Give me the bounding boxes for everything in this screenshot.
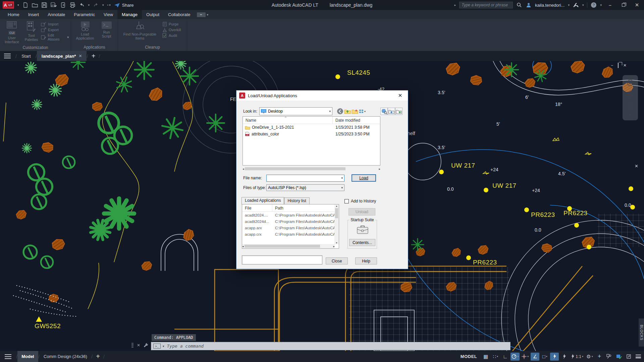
navbar-more-icon[interactable]: ▾ bbox=[630, 113, 631, 117]
drawing-minimize-icon[interactable]: − bbox=[611, 63, 613, 68]
search-icon[interactable] bbox=[516, 2, 522, 8]
ribbon-collapse-button[interactable]: ▪▪▾ bbox=[197, 10, 209, 19]
table-vscrollbar[interactable]: ▴ ▾ bbox=[334, 204, 339, 244]
import-button[interactable]: Import bbox=[41, 22, 69, 26]
tab-home[interactable]: Home bbox=[3, 10, 24, 19]
column-header-name[interactable]: Name bbox=[243, 117, 333, 124]
table-row[interactable]: acapp.crx C:\Program Files\Autodesk\Auto… bbox=[242, 231, 339, 237]
help-button[interactable]: Help bbox=[355, 257, 377, 264]
export-button[interactable]: Export bbox=[41, 27, 69, 32]
new-file-icon[interactable] bbox=[22, 2, 29, 8]
command-line-bar[interactable]: >_ ▾ bbox=[151, 342, 511, 350]
customization-menu-button[interactable] bbox=[634, 353, 643, 361]
create-new-folder-button[interactable] bbox=[351, 108, 359, 115]
isodraft-toggle[interactable]: ▾ bbox=[521, 353, 530, 361]
file-row[interactable]: LSP attributes_color 1/25/2023 3:50 PM bbox=[243, 131, 380, 137]
tab-output[interactable]: Output bbox=[142, 10, 164, 19]
command-customize-wrench-icon[interactable] bbox=[144, 343, 149, 348]
look-in-combobox[interactable]: Desktop ▾ bbox=[259, 107, 332, 115]
annotation-monitor-button[interactable]: + bbox=[595, 353, 604, 361]
layout-menu-icon[interactable] bbox=[5, 354, 11, 359]
clean-screen-button[interactable] bbox=[624, 353, 633, 361]
navigation-wheel-icon[interactable] bbox=[627, 79, 634, 86]
command-grip-handle[interactable] bbox=[131, 343, 133, 348]
scroll-right-icon[interactable]: ▸ bbox=[379, 167, 380, 171]
tab-history-list[interactable]: History list bbox=[284, 197, 309, 204]
add-to-favorites-button[interactable] bbox=[395, 108, 402, 115]
annotation-visibility-toggle[interactable] bbox=[550, 353, 559, 361]
unload-button[interactable]: Unload bbox=[348, 208, 375, 216]
tab-loaded-applications[interactable]: Loaded Applications bbox=[241, 197, 284, 204]
layout-tab[interactable]: Comm Design (24x36) bbox=[40, 351, 91, 362]
navigation-bar[interactable]: ▾ bbox=[623, 75, 638, 120]
help-icon[interactable]: ? bbox=[591, 2, 597, 8]
help-search-input[interactable] bbox=[459, 2, 513, 8]
files-of-type-combobox[interactable]: AutoLISP Files (*.lsp) ▾ bbox=[266, 184, 344, 191]
scroll-thumb[interactable] bbox=[245, 245, 320, 248]
user-avatar-icon[interactable] bbox=[526, 2, 532, 8]
graphics-performance-button[interactable] bbox=[614, 353, 623, 361]
tool-palettes-button[interactable]: Tool Palettes bbox=[23, 20, 40, 42]
scroll-left-icon[interactable]: ◂ bbox=[243, 167, 244, 171]
dialog-title-bar[interactable]: A Load/Unload Applications ✕ bbox=[236, 90, 408, 101]
scroll-right-icon[interactable]: ▸ bbox=[333, 245, 335, 248]
user-menu-caret-icon[interactable]: ▾ bbox=[568, 3, 570, 7]
grid-display-toggle[interactable]: ▦ bbox=[481, 353, 490, 361]
drawing-close-icon[interactable]: ✕ bbox=[623, 63, 627, 68]
load-application-button[interactable]: Load Application bbox=[75, 20, 96, 40]
file-row[interactable]: OneDrive_1_1-15-2021 1/15/2021 3:58 PM bbox=[243, 124, 380, 131]
workspace-switching-button[interactable]: ⚙▾ bbox=[585, 353, 594, 361]
file-browser-list[interactable]: ^ Name Date modified OneDrive_1_1-15-202… bbox=[243, 116, 380, 166]
load-button[interactable]: Load bbox=[352, 174, 376, 182]
table-row[interactable]: acadlt2024.... C:\Program Files\Autodesk… bbox=[242, 212, 339, 218]
file-list-hscrollbar[interactable]: ◂ ▸ bbox=[243, 167, 380, 171]
autodesk-menu-caret-icon[interactable]: ▾ bbox=[582, 3, 584, 7]
undo-caret-icon[interactable]: ▾ bbox=[88, 3, 90, 7]
object-snap-toggle[interactable]: □▾ bbox=[540, 353, 549, 361]
column-header-path[interactable]: Path bbox=[272, 204, 283, 212]
isolate-objects-button[interactable] bbox=[605, 353, 613, 361]
scroll-up-icon[interactable]: ▴ bbox=[336, 204, 337, 207]
close-doc-icon[interactable]: ✕ bbox=[78, 54, 82, 58]
qat-customize-icon[interactable]: ▪ ▾ bbox=[107, 3, 111, 7]
open-folder-icon[interactable] bbox=[32, 2, 38, 8]
model-space-badge[interactable]: MODEL bbox=[457, 354, 480, 359]
tab-collaborate[interactable]: Collaborate bbox=[164, 10, 195, 19]
tab-landscape-plan[interactable]: landscape_plan* ✕ bbox=[37, 51, 87, 61]
scroll-thumb[interactable] bbox=[335, 208, 338, 218]
print-icon[interactable] bbox=[69, 2, 75, 8]
ortho-mode-toggle[interactable]: ∟ bbox=[501, 353, 509, 361]
tab-start[interactable]: Start bbox=[17, 51, 35, 61]
user-name[interactable]: kaila.tenedori... bbox=[535, 3, 565, 8]
search-collapse-icon[interactable]: ▸ bbox=[454, 3, 456, 7]
column-header-date[interactable]: Date modified bbox=[333, 118, 360, 123]
minimize-button[interactable]: − bbox=[605, 0, 615, 10]
purge-button[interactable]: Purge bbox=[162, 22, 181, 26]
close-dialog-button[interactable]: Close bbox=[326, 257, 348, 264]
contents-button[interactable]: Contents... bbox=[349, 239, 375, 246]
panel-label-cleanup[interactable]: Cleanup bbox=[118, 44, 187, 51]
search-web-button[interactable] bbox=[380, 108, 388, 115]
annotation-scale-button[interactable]: 1:1 ▾ bbox=[570, 353, 584, 361]
model-tab[interactable]: Model bbox=[17, 351, 38, 362]
table-row[interactable]: acapp.arx C:\Program Files\Autodesk\Auto… bbox=[242, 225, 339, 231]
new-layout-button[interactable]: + bbox=[93, 353, 103, 360]
help-caret-icon[interactable]: ▾ bbox=[600, 3, 602, 7]
drawing-restore-icon[interactable] bbox=[618, 63, 619, 68]
file-name-combobox[interactable]: ▾ bbox=[266, 175, 344, 182]
tab-parametric[interactable]: Parametric bbox=[69, 10, 99, 19]
run-script-button[interactable]: Run Script bbox=[99, 20, 114, 38]
scroll-thumb[interactable] bbox=[245, 167, 345, 170]
snap-mode-toggle[interactable]: ∷▾ bbox=[491, 353, 500, 361]
pan-hand-icon[interactable] bbox=[627, 90, 634, 98]
table-hscrollbar[interactable]: ◂ ▸ bbox=[242, 244, 335, 248]
tab-manage[interactable]: Manage bbox=[117, 10, 142, 19]
scroll-down-icon[interactable]: ▾ bbox=[336, 241, 337, 244]
save-as-icon[interactable] bbox=[51, 2, 57, 8]
annotation-autoscale-toggle[interactable] bbox=[560, 353, 569, 361]
favorites-folder-button[interactable] bbox=[388, 108, 395, 115]
audit-button[interactable]: Audit bbox=[162, 33, 181, 38]
undo-icon[interactable] bbox=[79, 2, 85, 8]
app-menu-caret-icon[interactable]: ▾ bbox=[17, 3, 19, 7]
command-prompt-icon[interactable]: >_ bbox=[153, 344, 161, 349]
